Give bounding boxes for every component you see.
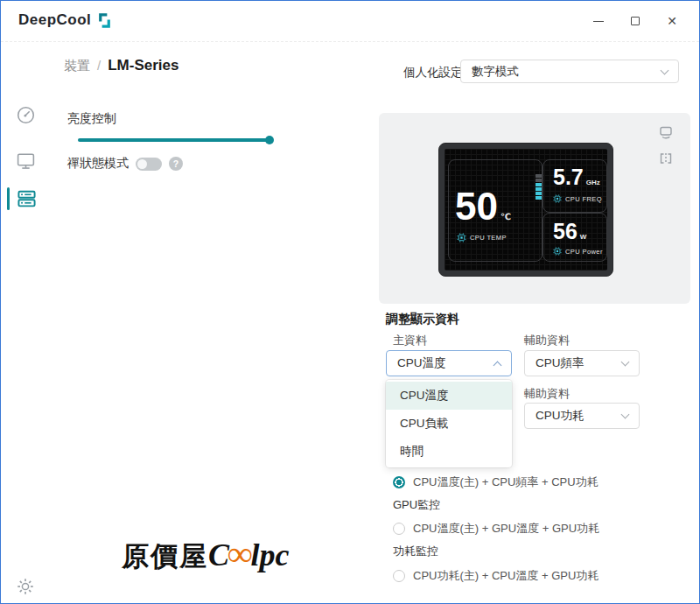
cpu-freq-label: CPU FREQ (565, 195, 602, 203)
help-icon[interactable]: ? (169, 157, 183, 171)
cpu-freq-number: 5.7 (553, 165, 584, 189)
devices-icon (16, 187, 38, 209)
personalize-label: 個人化設定 (403, 65, 463, 81)
cpu-power-caption: CPU Power (553, 247, 603, 256)
coolpc-watermark: 原價屋 C ∞ lpc (122, 537, 290, 575)
zen-mode-label: 禪狀態模式 (67, 156, 129, 172)
dropdown-option-time[interactable]: 時間 (386, 438, 512, 466)
brightness-label: 亮度控制 (67, 111, 116, 127)
flip-icon (657, 150, 675, 167)
titlebar-separator (1, 41, 699, 42)
level-bars (536, 174, 542, 200)
cpu-power-unit: W (580, 233, 587, 241)
preset-option-gpu[interactable]: CPU溫度(主) + GPU溫度 + GPU功耗 (393, 521, 599, 537)
slider-track (78, 138, 270, 142)
preset-option-cpu[interactable]: CPU溫度(主) + CPU頻率 + CPU功耗 (393, 474, 598, 490)
cpu-chip-icon (553, 247, 562, 256)
cpu-temp-caption: CPU TEMP (457, 233, 507, 242)
sidebar-item-devices[interactable] (16, 187, 37, 208)
watermark-lpc: lpc (251, 537, 290, 573)
aux-data-value-1: CPU頻率 (536, 355, 584, 371)
personalize-select-value: 數字模式 (472, 64, 519, 80)
gear-icon (16, 577, 35, 596)
aux-data-select-1[interactable]: CPU頻率 (524, 350, 640, 376)
cpu-power-number: 56 (553, 219, 578, 243)
title-bar: DeepCool ✕ (1, 1, 699, 41)
chevron-down-icon (621, 411, 630, 419)
brand-logo: DeepCool (18, 11, 113, 29)
cpu-temp-label: CPU TEMP (470, 234, 507, 242)
rotate-icon (657, 123, 675, 141)
watermark-c: C (208, 537, 229, 573)
sidebar-item-display[interactable] (16, 151, 37, 172)
breadcrumb-section[interactable]: 裝置 (64, 58, 90, 74)
preset-option-power[interactable]: CPU功耗(主) + CPU溫度 + GPU功耗 (393, 568, 598, 584)
primary-data-value: CPU溫度 (397, 355, 446, 371)
section-title: 調整顯示資料 (386, 312, 459, 327)
cpu-power-value: 56W (553, 221, 586, 242)
primary-data-label: 主資料 (393, 333, 427, 348)
maximize-button[interactable] (617, 8, 654, 34)
sidebar-item-dashboard[interactable] (16, 105, 37, 126)
preset-group-gpu: GPU監控 (393, 497, 440, 513)
preset-label: CPU溫度(主) + GPU溫度 + GPU功耗 (413, 521, 599, 537)
sidebar (1, 42, 53, 604)
preset-label: CPU功耗(主) + CPU溫度 + GPU功耗 (413, 568, 598, 584)
maximize-icon (631, 17, 640, 25)
chevron-up-icon (494, 361, 502, 369)
page-title: LM-Series (108, 57, 178, 74)
screen-preview-panel: 50℃ CPU TEMP (379, 113, 690, 304)
aux-data-select-2[interactable]: CPU功耗 (524, 403, 640, 429)
zen-mode-row: 禪狀態模式 ? (67, 155, 183, 172)
cpu-freq-caption: CPU FREQ (553, 194, 602, 203)
dropdown-option-cpu-load[interactable]: CPU負載 (386, 410, 512, 438)
primary-data-dropdown: CPU溫度 CPU負載 時間 (386, 380, 512, 467)
breadcrumb: 裝置 / LM-Series (64, 57, 178, 81)
chevron-down-icon (661, 66, 669, 74)
cpu-power-label: CPU Power (565, 248, 603, 256)
cpu-freq-value: 5.7GHz (553, 166, 600, 188)
aux-data-value-2: CPU功耗 (536, 408, 584, 424)
cpu-temp-unit: ℃ (500, 212, 511, 221)
radio-unchecked-icon[interactable] (393, 523, 405, 535)
preset-group-power: 功耗監控 (393, 544, 438, 559)
cpu-chip-icon (553, 194, 562, 203)
cpu-chip-icon (457, 233, 466, 242)
window-controls: ✕ (580, 8, 690, 34)
radio-unchecked-icon[interactable] (393, 570, 405, 582)
flip-screen-button[interactable] (657, 150, 675, 167)
brightness-slider[interactable] (78, 136, 270, 144)
slider-thumb[interactable] (265, 136, 274, 144)
deepcool-logo-icon (96, 12, 113, 29)
infinity-glyph: ∞ (228, 540, 253, 568)
minimize-icon (593, 21, 604, 22)
chevron-down-icon (621, 358, 630, 367)
close-icon: ✕ (667, 14, 677, 28)
sidebar-item-settings[interactable] (16, 577, 37, 598)
cpu-freq-unit: GHz (586, 179, 600, 186)
brand-logo-text: DeepCool (18, 11, 91, 29)
toggle-knob (137, 159, 147, 169)
zen-mode-toggle[interactable] (136, 158, 162, 171)
close-button[interactable]: ✕ (654, 8, 690, 34)
sidebar-active-indicator (7, 187, 10, 210)
minimize-button[interactable] (580, 8, 617, 34)
watermark-chinese: 原價屋 (122, 538, 208, 575)
lcd-screen: 50℃ CPU TEMP (444, 149, 607, 270)
gauge-icon (16, 105, 36, 125)
preset-label: CPU溫度(主) + CPU頻率 + CPU功耗 (413, 474, 598, 490)
aux-data-label-1: 輔助資料 (524, 333, 570, 348)
primary-data-select[interactable]: CPU溫度 (386, 350, 512, 376)
cpu-temp-number: 50 (455, 185, 498, 228)
lcd-screen-bezel: 50℃ CPU TEMP (438, 143, 613, 277)
help-glyph: ? (173, 158, 178, 169)
dropdown-option-cpu-temp[interactable]: CPU溫度 (386, 382, 512, 410)
monitor-icon (16, 151, 36, 171)
rotate-screen-button[interactable] (657, 123, 675, 141)
radio-checked-icon[interactable] (393, 476, 405, 488)
breadcrumb-separator: / (97, 58, 101, 73)
personalize-select[interactable]: 數字模式 (460, 60, 679, 83)
cpu-temp-value: 50℃ (455, 187, 511, 226)
aux-data-label-2: 輔助資料 (524, 386, 570, 402)
app-window: DeepCool ✕ (0, 0, 700, 604)
